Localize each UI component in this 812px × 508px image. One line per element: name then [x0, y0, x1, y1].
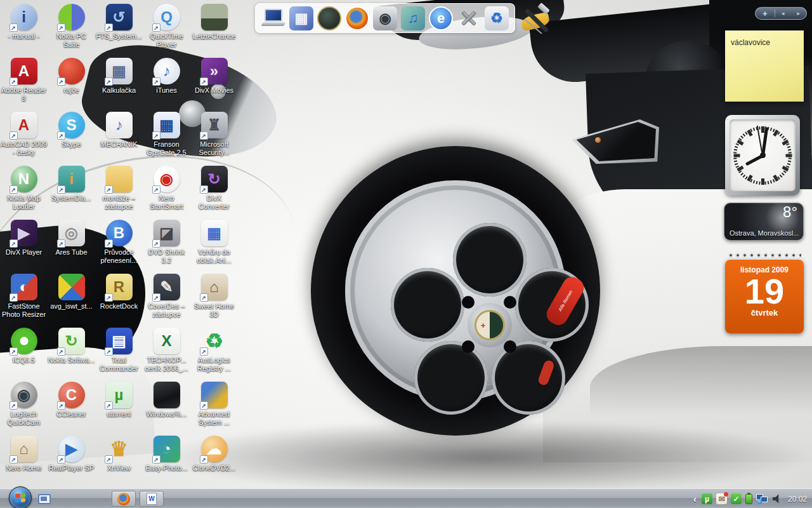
desktop-icon-quicktime-player[interactable]: Q↗QuickTime Player: [143, 4, 190, 58]
desktop-icon-ccleaner[interactable]: C↗CCleaner: [48, 382, 95, 436]
desktop-icon-dvd-shrink[interactable]: ◪↗DVD Shrink 3.2: [143, 220, 190, 274]
shortcut-arrow-badge: ↗: [152, 455, 160, 464]
desktop-icon-kalkulacka[interactable]: ▦↗Kalkulačka: [95, 58, 143, 112]
tray-icons: µ✉✓: [702, 493, 783, 504]
nokia-software-glyph: ↻: [65, 333, 77, 349]
firefox-icon[interactable]: [345, 6, 369, 30]
sticky-note-gadget[interactable]: václavovice: [725, 30, 804, 102]
desktop-icon-microsoft-security[interactable]: ♜↗Microsoft Security...: [190, 112, 238, 166]
clock-tick: [733, 157, 737, 159]
desktop-icon-auslogics-registry[interactable]: ♻↗AusLogics Registry ...: [190, 328, 238, 382]
volume-tray-icon[interactable]: [773, 494, 783, 504]
desktop-icon-faststone-photo-resizer[interactable]: ◐↗FastStone Photo Resizer: [0, 274, 48, 328]
desktop-icon-logitech-quickcam[interactable]: ◉↗Logitech QuickCam: [0, 382, 48, 436]
desktop-icon-mechanik[interactable]: ♪MECHANIK: [95, 112, 143, 166]
desktop-icon-fts-system[interactable]: ↺↗FTS_System...: [95, 4, 143, 58]
tools-icon[interactable]: [457, 6, 481, 30]
media-device-icon[interactable]: ▦: [289, 6, 313, 30]
network-tray-icon[interactable]: [756, 493, 769, 504]
desktop-icon-total-commander[interactable]: ▤↗Total Commander: [95, 328, 143, 382]
quick-launch-windows-icon[interactable]: [38, 494, 51, 504]
desktop-icon-technop-cenik[interactable]: XTECHNOP... cenik 2006_...: [143, 328, 190, 382]
desktop-icon-adobe-reader-8[interactable]: A↗Adobe Reader 8: [0, 58, 48, 112]
clock-tick: [733, 154, 740, 157]
desktop-icon-coverdes-zastupce[interactable]: ✎↗CoverDes – zástupce: [143, 274, 190, 328]
desktop-icon-divx-player[interactable]: ▶↗DivX Player: [0, 220, 48, 274]
clock-tick: [761, 126, 764, 133]
desktop-icon-avg-iswt[interactable]: avg_iswt_st...: [48, 274, 95, 328]
desktop-icon-itunes[interactable]: ♪↗iTunes: [143, 58, 190, 112]
desktop-icon-utorrent[interactable]: µ↗utorrent: [95, 382, 143, 436]
tray-clock[interactable]: 20:02: [788, 495, 807, 504]
internet-explorer-icon[interactable]: e: [429, 6, 453, 30]
desktop-icon-easy-photo[interactable]: ◔↗Easy-Photo...: [143, 436, 190, 490]
recycle-bin-icon[interactable]: ♻: [485, 6, 509, 30]
lug-recess: [462, 340, 475, 353]
systemdia-icon: i↗: [58, 166, 85, 192]
note-next-button[interactable]: ►: [790, 11, 806, 17]
note-prev-button[interactable]: ◄: [775, 11, 791, 17]
clock-tick: [787, 163, 790, 164]
divx-converter-icon: ↻↗: [201, 166, 228, 192]
clock-hub: [760, 152, 766, 158]
word-document-icon: W: [147, 493, 157, 505]
firefox-taskbar-button[interactable]: [112, 491, 136, 507]
desktop-icon-label: DivX Player: [6, 248, 42, 257]
alfa-romeo-badge-icon[interactable]: [317, 6, 341, 30]
word-taskbar-button[interactable]: W: [140, 491, 164, 507]
shortcut-arrow-badge: ↗: [105, 77, 113, 86]
desktop-icon-franson-gpsgate[interactable]: ▦↗Franson GpsGate 2.5: [143, 112, 190, 166]
note-add-button[interactable]: +: [756, 9, 775, 18]
camera-icon[interactable]: ◉: [373, 6, 397, 30]
desktop-icon-icq[interactable]: ↗ICQ6.5: [0, 328, 48, 382]
antivirus-tray-icon[interactable]: ✓: [731, 493, 742, 504]
desktop-icon-nokia-map-loader[interactable]: N↗Nokia Map Loader: [0, 166, 48, 220]
desktop-icon-xnview[interactable]: ♛↗XnView: [95, 436, 143, 490]
shortcut-arrow-badge: ↗: [200, 185, 208, 194]
nokia-pc-suite-icon: ↗: [58, 4, 85, 30]
desktop-icon-ares-tube[interactable]: ◎↗Ares Tube: [48, 220, 95, 274]
tweak-tool-icon[interactable]: [519, 4, 554, 37]
desktop-icon-letztechance[interactable]: LetzteChance: [190, 4, 238, 58]
pruvodce-preneseni-icon: B↗: [106, 220, 133, 246]
tray-expand-chevron[interactable]: ‹: [693, 493, 697, 504]
desktop-icon-divx-movies[interactable]: »↗DivX Movies: [190, 58, 238, 112]
desktop-icon-windows-image[interactable]: Windows%...: [143, 382, 190, 436]
desktop-icon-label: LetzteChance: [193, 32, 236, 41]
desktop-icon-nero-startsmart[interactable]: ◉↗Nero StartSmart: [143, 166, 190, 220]
laptop-icon[interactable]: [261, 6, 285, 30]
desktop-icon-vzhuru-do-oblak[interactable]: ▦Vzhůru do oblak.Ani...: [190, 220, 238, 274]
icq-icon: ↗: [11, 328, 37, 354]
desktop-icon-nokia-software[interactable]: ↻↗Nokia Softwa...: [48, 328, 95, 382]
desktop-icon-nero-home[interactable]: ⌂↗Nero Home: [0, 436, 48, 490]
start-button[interactable]: [9, 486, 32, 508]
desktop-icon-rajce[interactable]: ↗rajče: [48, 58, 95, 112]
battery-tray-icon[interactable]: [745, 494, 752, 504]
realplayer-sp-icon: ▶↗: [58, 436, 85, 462]
desktop-icon-pruvodce-preneseni[interactable]: B↗Průvodce přenesení...: [95, 220, 143, 274]
desktop-icon-advanced-system[interactable]: ↗Advanced System ...: [190, 382, 238, 436]
weather-gadget[interactable]: 8° Ostrava, Moravskosl...: [724, 203, 804, 241]
clock-gadget[interactable]: [725, 115, 800, 196]
music-folder-icon[interactable]: ♫: [401, 6, 425, 30]
mail-tray-icon[interactable]: ✉: [716, 493, 727, 504]
itunes-icon: ♪↗: [154, 58, 180, 84]
desktop-icon-rocketdock[interactable]: R↗RocketDock: [95, 274, 143, 328]
desktop-icon-manual[interactable]: i↗- manual -: [0, 4, 48, 58]
desktop-icon-montaze-zastupce[interactable]: ↗montáže – zástupce: [95, 166, 143, 220]
desktop-icon-divx-converter[interactable]: ↻↗DivX Converter: [190, 166, 238, 220]
utorrent-tray-icon[interactable]: µ: [702, 493, 712, 504]
shortcut-arrow-badge: ↗: [105, 293, 113, 302]
desktop-icon-label: Logitech QuickCam: [1, 410, 48, 427]
desktop-icon-label: AusLogics Registry ...: [191, 356, 238, 373]
desktop-icon-realplayer-sp[interactable]: ▶↗RealPlayer SP: [48, 436, 95, 490]
desktop-icon-clonedvd2[interactable]: ☁↗CloneDVD2...: [190, 436, 238, 490]
desktop-icon-autocad-2009[interactable]: A↗AutoCAD 2009 - česky: [0, 112, 48, 166]
calendar-gadget[interactable]: listopad 2009 19 čtvrtek: [725, 250, 804, 333]
logitech-quickcam-icon: ◉↗: [11, 382, 37, 408]
desktop-icon-nokia-pc-suite[interactable]: ↗Nokia PC Suite: [48, 4, 95, 58]
desktop-icon-skype[interactable]: S↗Skype: [48, 112, 95, 166]
desktop-icon-sweet-home-3d[interactable]: ⌂↗Sweet Home 3D: [190, 274, 238, 328]
desktop-icon-systemdia[interactable]: i↗SystemDia...: [48, 166, 95, 220]
coverdes-zastupce-icon: ✎↗: [154, 274, 180, 300]
